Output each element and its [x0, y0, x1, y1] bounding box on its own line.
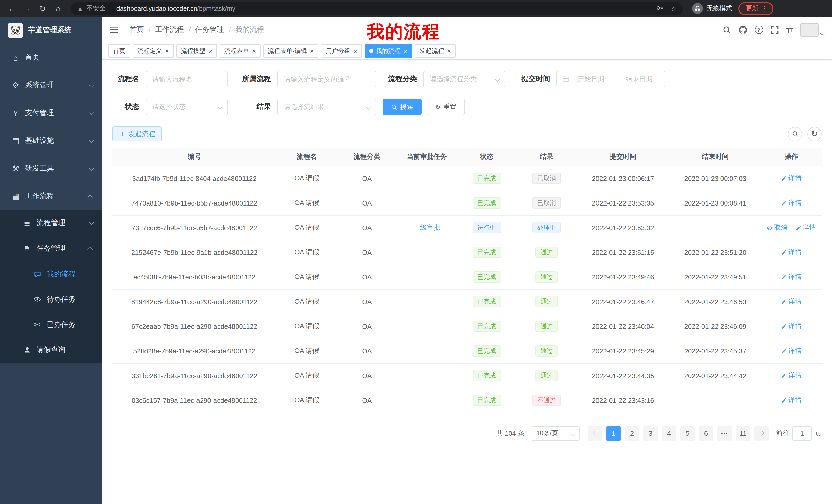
github-icon[interactable] — [738, 25, 747, 34]
next-page-button[interactable] — [754, 426, 769, 441]
chevron-down-icon — [217, 105, 223, 110]
breadcrumb-workflow[interactable]: 工作流程 — [155, 25, 184, 34]
warning-icon: ▲ — [77, 5, 83, 12]
page-button-2[interactable]: 2 — [625, 426, 639, 441]
process-def-input[interactable] — [277, 71, 376, 87]
detail-link[interactable]: 详情 — [781, 198, 802, 207]
forward-icon[interactable]: → — [21, 2, 34, 15]
sidebar-item-my-process[interactable]: 我的流程 — [0, 261, 102, 287]
detail-link[interactable]: 详情 — [781, 272, 802, 282]
jump-suffix: 页 — [815, 429, 822, 438]
cancel-link[interactable]: 取消 — [767, 223, 787, 232]
close-icon[interactable]: × — [165, 48, 169, 54]
screen: ← → ↻ ⌂ ▲ 不安全 dashboard.yudao.iocoder.cn… — [0, 0, 832, 504]
detail-link[interactable]: 详情 — [781, 371, 802, 380]
sidebar-item-devtools[interactable]: ⚒ 研发工具 — [0, 155, 102, 183]
table-row: 819442e8-7b9a-11ec-a290-acde48001122 OA … — [112, 289, 822, 314]
sidebar-item-task-mgmt[interactable]: ⚑ 任务管理 — [0, 236, 102, 261]
reload-icon[interactable]: ↻ — [36, 2, 49, 15]
page-button-3[interactable]: 3 — [643, 426, 658, 441]
page-button-5[interactable]: 5 — [680, 426, 695, 441]
sidebar-item-process-mgmt[interactable]: ≣ 流程管理 — [0, 210, 102, 236]
tab-my-process[interactable]: 我的流程 × — [365, 44, 412, 58]
page-button-11[interactable]: 11 — [736, 426, 750, 441]
hamburger-icon[interactable] — [110, 25, 120, 35]
close-icon[interactable]: × — [310, 48, 314, 54]
tab-process-form-edit[interactable]: 流程表单-编辑 × — [263, 44, 318, 58]
prev-page-button[interactable] — [588, 426, 602, 441]
help-icon[interactable]: ? — [755, 26, 763, 34]
result-select[interactable]: 请选择流结果 — [277, 99, 376, 115]
close-icon[interactable]: × — [354, 48, 357, 54]
page-size-select[interactable]: 10条/页 — [532, 426, 579, 441]
breadcrumb-home[interactable]: 首页 — [130, 25, 144, 34]
breadcrumb-current: 我的流程 — [235, 25, 264, 34]
tab-user-group[interactable]: 用户分组 × — [321, 44, 362, 58]
back-icon[interactable]: ← — [5, 2, 19, 15]
close-icon[interactable]: × — [404, 48, 408, 54]
more-pages-button[interactable]: ••• — [717, 426, 732, 441]
detail-link[interactable]: 详情 — [781, 297, 802, 306]
address-bar[interactable]: ▲ 不安全 dashboard.yudao.iocoder.cn /bpm/ta… — [71, 2, 683, 15]
page-button-6[interactable]: 6 — [699, 426, 713, 441]
sidebar-item-done-tasks[interactable]: ✂ 已办任务 — [0, 312, 102, 337]
jump-page-input[interactable] — [792, 426, 812, 441]
tab-home[interactable]: 首页 — [108, 44, 130, 58]
detail-link[interactable]: 详情 — [781, 248, 802, 257]
close-icon[interactable]: × — [209, 48, 212, 54]
sidebar-item-todo-tasks[interactable]: 待办任务 — [0, 287, 102, 312]
font-size-icon[interactable]: TT — [786, 25, 793, 34]
status-badge: 已完成 — [472, 320, 501, 332]
detail-link[interactable]: 详情 — [796, 223, 816, 232]
submit-time: 2022-01-23 00:06:17 — [592, 174, 654, 182]
sidebar-item-payment[interactable]: ¥ 支付管理 — [0, 99, 102, 127]
toggle-search-button[interactable] — [788, 127, 802, 141]
table-row: 2152467e-7b9b-11ec-9a1b-acde48001122 OA … — [112, 240, 822, 264]
page-button-1[interactable]: 1 — [606, 426, 621, 441]
close-icon[interactable]: × — [252, 48, 256, 54]
sidebar-item-home[interactable]: ⌂ 首页 — [0, 44, 102, 72]
start-process-button[interactable]: ＋ 发起流程 — [112, 127, 162, 141]
detail-link[interactable]: 详情 — [781, 346, 802, 356]
search-button[interactable]: 搜索 — [383, 99, 422, 115]
pagination: 共 104 条 10条/页 1 2 3 4 5 6 ••• 11 — [112, 426, 822, 451]
search-icon[interactable] — [722, 25, 731, 34]
tab-process-definition[interactable]: 流程定义 × — [133, 44, 174, 58]
process-category: OA — [362, 323, 372, 330]
incognito-badge[interactable]: 无痕模式 — [692, 3, 732, 14]
current-task-link[interactable]: 一级审批 — [413, 223, 440, 231]
tab-start-process[interactable]: 发起流程 × — [415, 44, 456, 58]
avatar[interactable] — [800, 23, 818, 37]
incognito-label: 无痕模式 — [706, 4, 732, 13]
breadcrumb-task-mgmt[interactable]: 任务管理 — [196, 25, 224, 34]
close-icon[interactable]: × — [447, 48, 451, 54]
table-row: 331bc281-7b9a-11ec-a290-acde48001122 OA … — [112, 363, 822, 388]
update-button[interactable]: 更新 ⋮ — [738, 2, 773, 15]
refresh-button[interactable]: ↻ — [807, 127, 822, 141]
status-select[interactable]: 请选择状态 — [146, 99, 228, 115]
tab-process-model[interactable]: 流程模型 × — [176, 44, 217, 58]
tab-process-form[interactable]: 流程表单 × — [219, 44, 260, 58]
sidebar-item-workflow[interactable]: ▦ 工作流程 — [0, 183, 102, 210]
browser-chrome: ← → ↻ ⌂ ▲ 不安全 dashboard.yudao.iocoder.cn… — [0, 0, 832, 17]
process-name-input[interactable] — [146, 71, 228, 87]
sidebar-item-infrastructure[interactable]: ▤ 基础设施 — [0, 127, 102, 155]
detail-link[interactable]: 详情 — [781, 174, 802, 183]
detail-link[interactable]: 详情 — [781, 321, 802, 331]
sidebar-item-system[interactable]: ⚙ 系统管理 — [0, 72, 102, 99]
bookmark-star-icon[interactable]: ☆ — [671, 5, 677, 12]
date-range-picker[interactable]: 开始日期 - 结束日期 — [556, 71, 666, 87]
page-button-4[interactable]: 4 — [662, 426, 676, 441]
kebab-menu-icon[interactable]: ⋮ — [761, 5, 768, 12]
browser-home-icon[interactable]: ⌂ — [51, 2, 65, 15]
key-icon[interactable] — [656, 4, 664, 13]
start-date-placeholder[interactable]: 开始日期 — [570, 75, 612, 84]
category-select[interactable]: 请选择流程分类 — [423, 71, 505, 87]
user-menu[interactable] — [800, 23, 824, 37]
reset-button[interactable]: ↻ 重置 — [427, 99, 465, 115]
detail-link[interactable]: 详情 — [781, 396, 802, 405]
fullscreen-icon[interactable] — [770, 25, 779, 34]
end-date-placeholder[interactable]: 结束日期 — [618, 75, 660, 84]
sidebar-item-leave-query[interactable]: 请假查询 — [0, 337, 102, 363]
refresh-icon: ↻ — [435, 103, 441, 111]
